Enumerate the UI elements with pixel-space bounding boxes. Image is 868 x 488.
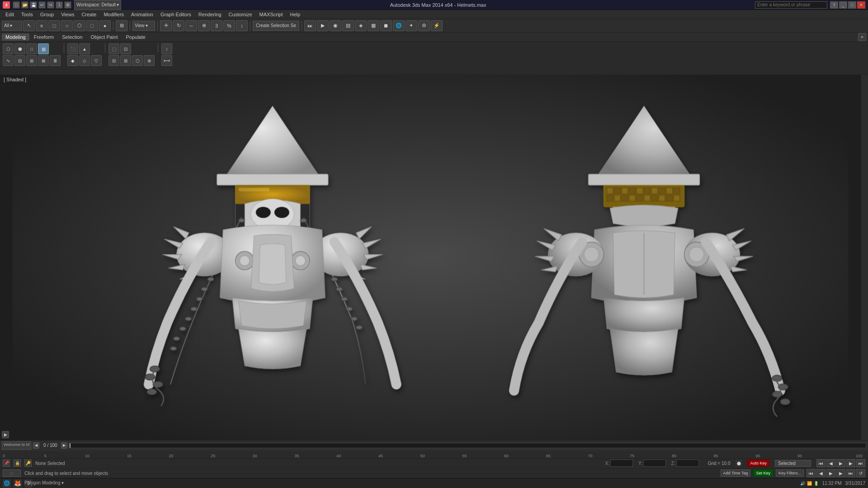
place-btn[interactable]: ⊕ [198,20,210,31]
material-editor-btn[interactable]: ◈ [355,20,367,31]
model-btn-17[interactable]: ↕ [161,43,172,54]
model-btn-15[interactable]: ⬡ [132,55,143,66]
more-options-btn[interactable]: ≡ [858,33,866,41]
anim-next-btn[interactable]: ▶ [846,459,855,467]
maximize-btn[interactable]: □ [848,1,856,9]
settings-btn[interactable]: ⚙ [64,1,71,9]
anim-play-btn[interactable]: ▶ [836,459,845,467]
import-btn[interactable]: ⤵ [56,1,63,9]
percent-btn[interactable]: % [223,20,235,31]
anim-skip-start-btn[interactable]: ⏮ [816,459,826,467]
add-time-tag-btn[interactable]: Add Time Tag [721,469,751,477]
model-btn-16[interactable]: ⊕ [144,55,155,66]
model-btn-14[interactable]: ⊞ [120,55,131,66]
anim-skip-start-btn-2[interactable]: ⏮ [807,469,816,477]
ipr-btn[interactable]: ⚡ [431,20,443,31]
model-btn-polygon[interactable]: ▦ [38,43,49,54]
model-btn-13[interactable]: ⊟ [108,55,119,66]
menu-maxscript[interactable]: MAXScript [256,11,287,18]
render-frame-btn[interactable]: ▦ [368,20,379,31]
timeline-prev-btn[interactable]: ◀ [33,442,39,449]
lock-icon[interactable]: 🔒 [14,460,21,467]
menu-graph-editors[interactable]: Graph Editors [157,11,195,18]
fence-select-btn[interactable]: ⬡ [74,20,85,31]
lasso-select-btn[interactable]: ◌ [86,20,98,31]
menu-tools[interactable]: Tools [18,11,37,18]
new-file-btn[interactable]: □ [13,1,20,9]
render-btn[interactable]: ◉ [330,20,341,31]
model-btn-8[interactable]: ◆ [67,55,78,66]
menu-views[interactable]: Views [57,11,78,18]
model-btn-9[interactable]: ◇ [79,55,90,66]
select-object-btn[interactable]: ↖ [23,20,35,31]
view-dropdown[interactable]: View▾ [132,21,155,31]
timeline-track[interactable] [69,443,866,448]
num-3-btn[interactable]: 3 [211,20,222,31]
tab-object-paint[interactable]: Object Paint [87,33,122,41]
play-anim-btn[interactable]: ▶ [317,20,329,31]
spinner-snap-btn[interactable]: ↕ [236,20,248,31]
tab-modeling[interactable]: Modeling [2,33,29,41]
redo-title-btn[interactable]: ↪ [47,1,54,9]
menu-create[interactable]: Create [78,11,100,18]
network-icon[interactable]: 🌐 [3,479,11,488]
anim-loop-btn[interactable]: ↺ [856,469,865,477]
model-btn-border[interactable]: □ [26,43,37,54]
menu-customize[interactable]: Customize [225,11,256,18]
model-btn-1[interactable]: ∿ [3,55,14,66]
key-icon[interactable]: 🔑 [24,460,32,467]
model-btn-7[interactable]: ▲ [79,43,90,54]
model-btn-4[interactable]: ⊠ [38,55,49,66]
anim-prev-btn[interactable]: ◀ [826,459,835,467]
auto-key-btn[interactable]: Auto Key [747,460,769,467]
model-btn-extrude[interactable]: ⬡ [3,43,14,54]
undo-title-btn[interactable]: ↩ [38,1,46,9]
open-file-btn[interactable]: 📂 [21,1,28,9]
menu-edit[interactable]: Edit [2,11,18,18]
anim-prev-frame-btn[interactable]: ◀ [816,469,826,477]
select-rotate-btn[interactable]: ↻ [173,20,184,31]
model-btn-3[interactable]: ⊞ [26,55,37,66]
model-btn-12[interactable]: ⊡ [120,43,131,54]
create-selection-set-btn[interactable]: Create Selection Se [253,21,299,31]
anim-play-btn-2[interactable]: ▶ [826,469,835,477]
firefox-icon[interactable]: 🦊 [14,479,22,488]
effect-btn[interactable]: ✦ [406,20,417,31]
model-btn-chamfer[interactable]: ⬢ [14,43,25,54]
z-input[interactable] [676,460,699,467]
close-btn[interactable]: ✕ [857,1,865,9]
menu-rendering[interactable]: Rendering [195,11,225,18]
select-scale-btn[interactable]: ↔ [185,20,197,31]
paint-select-btn[interactable]: ● [99,20,111,31]
save-file-btn[interactable]: 💾 [30,1,37,9]
filter-dropdown[interactable]: All▾ [2,21,22,31]
render-window-btn[interactable]: ◼ [380,20,392,31]
minimize-btn[interactable]: _ [839,1,847,9]
model-btn-11[interactable]: ⬚ [108,43,119,54]
menu-modifiers[interactable]: Modifiers [100,11,127,18]
y-input[interactable] [643,460,666,467]
selected-input[interactable]: Selected [775,460,811,467]
key-filters-btn[interactable]: Key Filters... [776,469,804,477]
model-btn-2[interactable]: ⊟ [14,55,25,66]
model-btn-10[interactable]: ▽ [91,55,102,66]
anim-skip-end-btn-2[interactable]: ⏭ [846,469,855,477]
tab-populate[interactable]: Populate [122,33,149,41]
help-btn[interactable]: ? [830,1,838,9]
viewport-play-btn[interactable]: ▶ [2,431,9,438]
environment-btn[interactable]: 🌐 [393,20,405,31]
render-setup-btn[interactable]: ⚙ [418,20,430,31]
model-btn-5[interactable]: ≣ [50,55,61,66]
model-btn-6[interactable]: ⬛ [67,43,78,54]
model-btn-18[interactable]: ⟷ [161,55,172,66]
set-key-btn[interactable]: Set Key [753,469,773,477]
anim-next-frame-btn[interactable]: ▶ [836,469,845,477]
viewport[interactable]: [ Shaded ] [0,75,861,440]
timeline-next-btn[interactable]: ▶ [61,442,67,449]
mini-viewport-btn[interactable]: ⬚ [3,469,21,477]
menu-help[interactable]: Help [287,11,304,18]
tab-freeform[interactable]: Freeform [30,33,58,41]
workspace-dropdown[interactable]: Workspace: Default ▾ [74,0,121,10]
menu-group[interactable]: Group [37,11,58,18]
rect-select-btn[interactable]: □ [48,20,60,31]
